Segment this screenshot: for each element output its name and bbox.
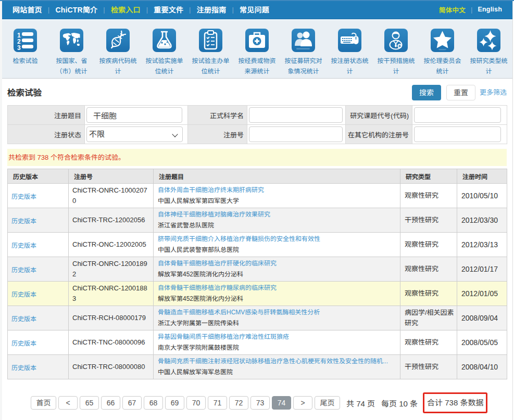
svg-text:3: 3	[17, 44, 21, 52]
